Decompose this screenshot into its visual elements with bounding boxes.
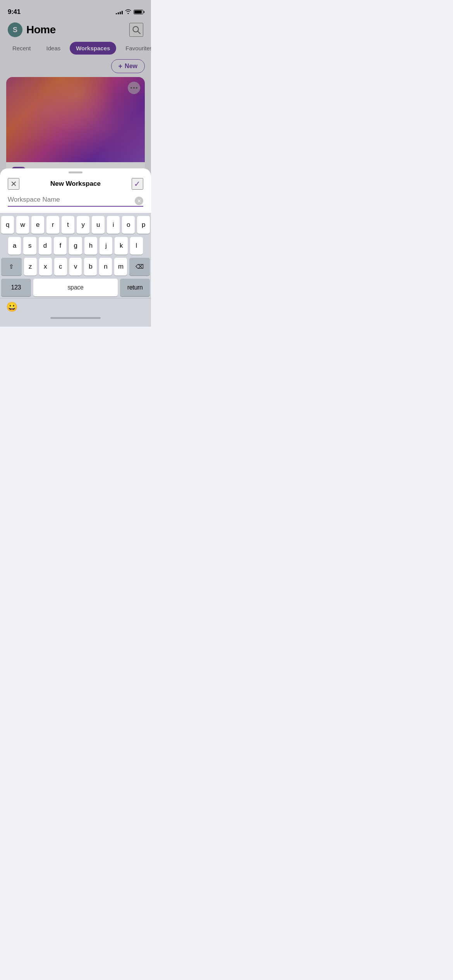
modal-sheet: ✕ New Workspace ✓ ✕ q w e r t y u i o	[0, 168, 151, 327]
key-x[interactable]: x	[39, 258, 52, 276]
key-i[interactable]: i	[107, 216, 120, 234]
key-o[interactable]: o	[122, 216, 135, 234]
clear-input-button[interactable]: ✕	[135, 197, 143, 205]
key-l[interactable]: l	[130, 237, 143, 255]
key-t[interactable]: t	[62, 216, 74, 234]
key-v[interactable]: v	[69, 258, 82, 276]
key-d[interactable]: d	[39, 237, 51, 255]
modal-title: New Workspace	[50, 180, 101, 188]
key-n[interactable]: n	[99, 258, 112, 276]
key-a[interactable]: a	[8, 237, 21, 255]
modal-header: ✕ New Workspace ✓	[0, 178, 151, 196]
modal-confirm-button[interactable]: ✓	[132, 178, 143, 190]
workspace-name-input[interactable]	[8, 196, 143, 204]
key-y[interactable]: y	[77, 216, 89, 234]
key-b[interactable]: b	[84, 258, 97, 276]
key-g[interactable]: g	[69, 237, 82, 255]
emoji-row: 😀	[0, 298, 151, 314]
home-indicator-area	[0, 314, 151, 327]
keyboard-row-3: ⇧ z x c v b n m ⌫	[1, 258, 150, 276]
key-p[interactable]: p	[137, 216, 150, 234]
input-wrapper: ✕	[8, 196, 143, 207]
key-s[interactable]: s	[23, 237, 36, 255]
key-u[interactable]: u	[92, 216, 105, 234]
keyboard-row-2: a s d f g h j k l	[1, 237, 150, 255]
keyboard-row-bottom: 123 space return	[1, 279, 150, 298]
emoji-button[interactable]: 😀	[6, 302, 18, 312]
key-space[interactable]: space	[33, 279, 118, 296]
modal-drag-handle[interactable]	[69, 171, 82, 173]
home-indicator	[50, 317, 101, 319]
key-shift[interactable]: ⇧	[1, 258, 22, 276]
key-q[interactable]: q	[1, 216, 14, 234]
key-return[interactable]: return	[120, 279, 150, 296]
key-j[interactable]: j	[100, 237, 112, 255]
key-c[interactable]: c	[54, 258, 67, 276]
key-w[interactable]: w	[16, 216, 29, 234]
modal-overlay: ✕ New Workspace ✓ ✕ q w e r t y u i o	[0, 0, 151, 327]
key-z[interactable]: z	[24, 258, 37, 276]
key-numbers[interactable]: 123	[1, 279, 31, 296]
keyboard-row-1: q w e r t y u i o p	[1, 216, 150, 234]
key-h[interactable]: h	[84, 237, 97, 255]
key-k[interactable]: k	[115, 237, 127, 255]
key-delete[interactable]: ⌫	[129, 258, 150, 276]
modal-close-button[interactable]: ✕	[8, 178, 19, 190]
key-r[interactable]: r	[46, 216, 59, 234]
key-e[interactable]: e	[31, 216, 44, 234]
input-area: ✕	[0, 196, 151, 213]
key-f[interactable]: f	[54, 237, 67, 255]
keyboard: q w e r t y u i o p a s d f g h j k	[0, 213, 151, 298]
key-m[interactable]: m	[114, 258, 127, 276]
